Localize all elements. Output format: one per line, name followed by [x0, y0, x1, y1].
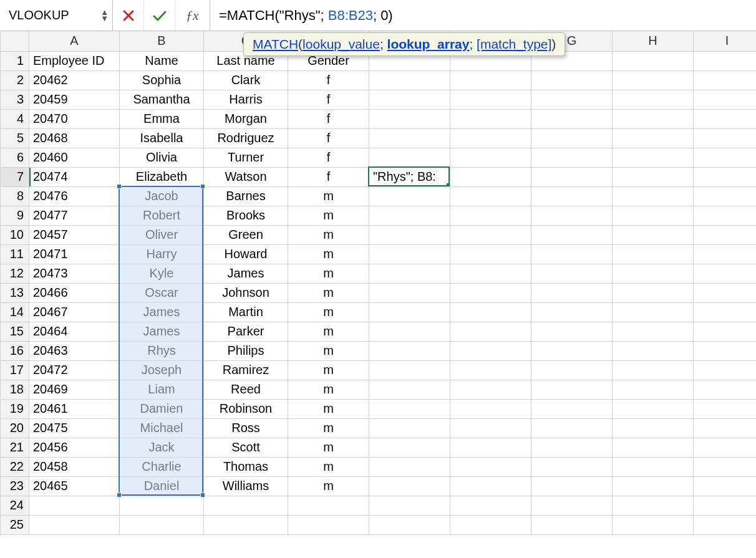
cell[interactable] [450, 128, 531, 148]
cell[interactable] [613, 225, 694, 244]
cell[interactable] [694, 167, 757, 186]
row-header[interactable]: 20 [1, 418, 29, 438]
cell[interactable]: 20458 [29, 457, 120, 476]
cell[interactable]: m [288, 380, 369, 399]
cell[interactable] [369, 476, 450, 496]
cell[interactable]: Oliver [120, 225, 204, 244]
cell[interactable] [450, 148, 531, 167]
cell[interactable]: m [288, 264, 369, 283]
cell[interactable] [29, 496, 120, 515]
name-box[interactable]: VLOOKUP ▲▼ [0, 0, 113, 31]
cell[interactable] [613, 515, 694, 534]
cell[interactable]: m [288, 438, 369, 457]
cell[interactable] [450, 90, 531, 109]
cell[interactable] [694, 148, 757, 167]
row-header[interactable]: 23 [1, 476, 29, 496]
cell[interactable]: 20459 [29, 90, 120, 109]
cell[interactable]: m [288, 457, 369, 476]
cell[interactable]: Rodriguez [204, 128, 288, 148]
cell[interactable]: Name [120, 51, 204, 70]
cell[interactable] [694, 302, 757, 322]
select-all-corner[interactable] [1, 31, 29, 51]
row-header[interactable]: 17 [1, 360, 29, 380]
cell[interactable]: James [204, 264, 288, 283]
cell[interactable]: m [288, 186, 369, 206]
col-header-A[interactable]: A [29, 31, 120, 51]
cell[interactable] [531, 148, 613, 167]
cell[interactable]: Ross [204, 418, 288, 438]
cell[interactable] [450, 167, 531, 186]
cell[interactable] [694, 418, 757, 438]
cell[interactable] [369, 283, 450, 302]
cell[interactable]: Damien [120, 399, 204, 418]
cell[interactable] [288, 496, 369, 515]
cell[interactable]: f [288, 167, 369, 186]
cell[interactable]: 20469 [29, 380, 120, 399]
cell[interactable] [369, 264, 450, 283]
cell[interactable] [288, 515, 369, 534]
cell[interactable] [450, 109, 531, 128]
row-header[interactable]: 9 [1, 206, 29, 225]
cell[interactable]: Parker [204, 322, 288, 341]
row-header[interactable]: 8 [1, 186, 29, 206]
cell[interactable]: Reed [204, 380, 288, 399]
cell[interactable]: f [288, 128, 369, 148]
cell[interactable]: 20475 [29, 418, 120, 438]
cell[interactable]: Howard [204, 244, 288, 264]
cell[interactable] [531, 167, 613, 186]
cell[interactable]: m [288, 399, 369, 418]
cell[interactable]: Williams [204, 476, 288, 496]
cell[interactable] [613, 322, 694, 341]
cell[interactable] [450, 380, 531, 399]
cell[interactable]: Jack [120, 438, 204, 457]
cell[interactable]: Watson [204, 167, 288, 186]
row-header[interactable]: 6 [1, 148, 29, 167]
cell[interactable] [450, 244, 531, 264]
cell[interactable]: 20471 [29, 244, 120, 264]
row-header[interactable]: 13 [1, 283, 29, 302]
cell[interactable] [613, 264, 694, 283]
tooltip-func[interactable]: MATCH [253, 37, 298, 51]
cell[interactable] [369, 341, 450, 360]
cell[interactable] [369, 70, 450, 90]
tooltip-arg-match-type[interactable]: [match_type] [477, 37, 551, 51]
row-header[interactable]: 11 [1, 244, 29, 264]
cell[interactable] [204, 515, 288, 534]
cell[interactable] [613, 399, 694, 418]
cell[interactable]: f [288, 70, 369, 90]
cell[interactable] [450, 360, 531, 380]
cell[interactable]: 20465 [29, 476, 120, 496]
cell[interactable] [694, 341, 757, 360]
cell[interactable] [531, 515, 613, 534]
cell[interactable] [531, 90, 613, 109]
row-header[interactable]: 2 [1, 70, 29, 90]
cell[interactable] [531, 109, 613, 128]
row-header[interactable]: 12 [1, 264, 29, 283]
cell[interactable] [120, 515, 204, 534]
cell[interactable] [531, 128, 613, 148]
cell[interactable] [450, 264, 531, 283]
cell[interactable] [369, 128, 450, 148]
cell[interactable] [694, 244, 757, 264]
cell[interactable]: m [288, 225, 369, 244]
cell[interactable] [694, 496, 757, 515]
cell[interactable]: m [288, 322, 369, 341]
cell[interactable] [369, 225, 450, 244]
cell[interactable] [613, 51, 694, 70]
spreadsheet-grid[interactable]: A B C D E F G H I 1Employee IDNameLast n… [0, 31, 756, 558]
cell[interactable] [369, 302, 450, 322]
cell[interactable]: Scott [204, 438, 288, 457]
cell[interactable]: m [288, 341, 369, 360]
cell[interactable] [531, 264, 613, 283]
cell[interactable]: Liam [120, 380, 204, 399]
cell[interactable]: 20462 [29, 70, 120, 90]
cell[interactable]: Kyle [120, 264, 204, 283]
cell[interactable]: Barnes [204, 186, 288, 206]
cell[interactable]: Employee ID [29, 51, 120, 70]
row-header[interactable]: 15 [1, 322, 29, 341]
cancel-button[interactable] [113, 0, 144, 31]
cell[interactable] [450, 438, 531, 457]
cell[interactable] [531, 457, 613, 476]
fill-handle-icon[interactable] [447, 183, 450, 186]
cell[interactable] [694, 399, 757, 418]
